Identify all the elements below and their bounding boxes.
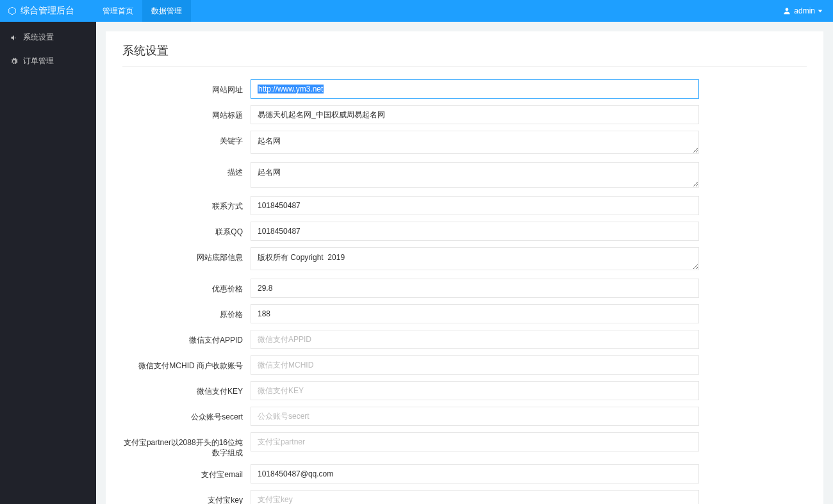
label-wx-appid: 微信支付APPID xyxy=(122,330,251,349)
label-wx-key: 微信支付KEY xyxy=(122,381,251,400)
label-alipay-partner: 支付宝partner以2088开头的16位纯数字组成 xyxy=(122,432,251,458)
settings-panel: 系统设置 网站网址 http://www.ym3.net 网站标题 关键字 xyxy=(106,31,823,504)
sidebar-item-system[interactable]: 系统设置 xyxy=(0,26,96,49)
keywords-input[interactable]: 起名网 xyxy=(251,131,699,154)
label-wx-secret: 公众账号secert xyxy=(122,407,251,426)
gear-icon xyxy=(10,58,18,65)
sidebar-item-label: 订单管理 xyxy=(23,56,54,67)
wx-secret-input[interactable] xyxy=(251,407,699,426)
sidebar-item-label: 系统设置 xyxy=(23,32,54,43)
wx-mchid-input[interactable] xyxy=(251,355,699,375)
label-wx-mchid: 微信支付MCHID 商户收款账号 xyxy=(122,355,251,375)
svg-marker-2 xyxy=(818,10,822,12)
hexagon-icon xyxy=(8,6,17,15)
svg-point-1 xyxy=(786,8,789,11)
brand-text: 综合管理后台 xyxy=(21,5,74,17)
site-url-input[interactable]: http://www.ym3.net xyxy=(251,79,699,99)
label-footer: 网站底部信息 xyxy=(122,247,251,272)
qq-input[interactable] xyxy=(251,222,699,241)
footer-input[interactable]: 版权所有 Copyright 2019 xyxy=(251,247,699,270)
user-icon xyxy=(782,6,791,15)
nav-data[interactable]: 数据管理 xyxy=(142,0,191,22)
svg-marker-0 xyxy=(9,7,16,15)
user-menu[interactable]: admin xyxy=(782,6,833,15)
label-site-url: 网站网址 xyxy=(122,79,251,99)
price-original-input[interactable] xyxy=(251,304,699,323)
alipay-partner-input[interactable] xyxy=(251,432,699,451)
label-site-title: 网站标题 xyxy=(122,105,251,124)
nav-dashboard[interactable]: 管理首页 xyxy=(94,0,142,22)
main-content: 系统设置 网站网址 http://www.ym3.net 网站标题 关键字 xyxy=(96,22,833,504)
chevron-down-icon xyxy=(818,8,823,13)
site-title-input[interactable] xyxy=(251,105,699,124)
top-header: 综合管理后台 管理首页 数据管理 admin xyxy=(0,0,833,22)
page-title: 系统设置 xyxy=(122,43,807,67)
wx-appid-input[interactable] xyxy=(251,330,699,349)
top-nav: 管理首页 数据管理 xyxy=(94,0,191,22)
volume-icon xyxy=(10,34,18,42)
sidebar: 系统设置 订单管理 xyxy=(0,22,96,504)
user-name: admin xyxy=(794,6,815,15)
alipay-key-input[interactable] xyxy=(251,490,699,504)
contact-input[interactable] xyxy=(251,196,699,215)
site-url-value: http://www.ym3.net xyxy=(258,85,324,93)
label-price-discount: 优惠价格 xyxy=(122,279,251,298)
label-contact: 联系方式 xyxy=(122,196,251,215)
wx-key-input[interactable] xyxy=(251,381,699,400)
label-keywords: 关键字 xyxy=(122,131,251,156)
label-alipay-key: 支付宝key xyxy=(122,490,251,504)
label-qq: 联系QQ xyxy=(122,222,251,241)
description-input[interactable]: 起名网 xyxy=(251,162,699,188)
settings-form: 网站网址 http://www.ym3.net 网站标题 关键字 起名网 xyxy=(122,79,699,504)
brand-logo: 综合管理后台 xyxy=(8,5,74,17)
alipay-email-input[interactable] xyxy=(251,464,699,484)
label-alipay-email: 支付宝email xyxy=(122,464,251,484)
price-discount-input[interactable] xyxy=(251,279,699,298)
sidebar-item-orders[interactable]: 订单管理 xyxy=(0,49,96,73)
label-description: 描述 xyxy=(122,162,251,190)
label-price-original: 原价格 xyxy=(122,304,251,323)
